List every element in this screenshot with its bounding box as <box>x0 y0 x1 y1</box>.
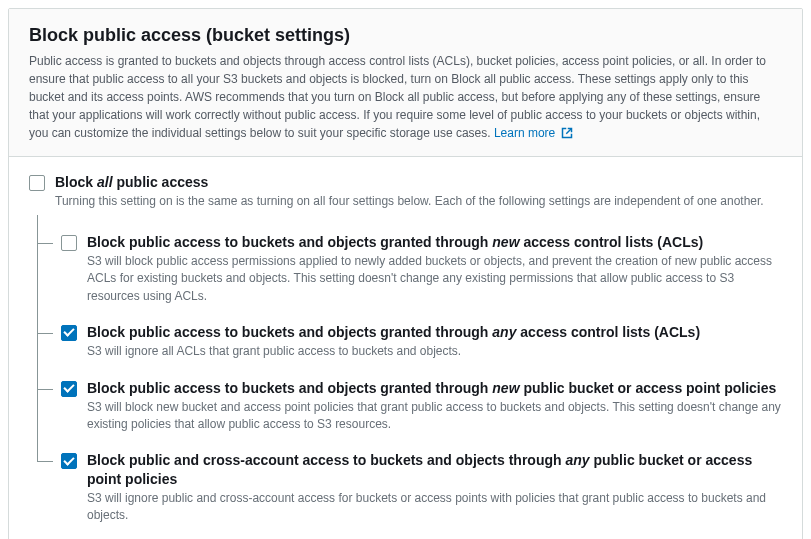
setting-title-new-policies: Block public access to buckets and objec… <box>87 379 782 397</box>
setting-desc-any-policies: S3 will ignore public and cross-account … <box>87 490 782 525</box>
block-all-title-pre: Block <box>55 174 97 190</box>
block-all-row: Block all public access Turning this set… <box>29 173 782 211</box>
setting-title-post-2: public bucket or access point policies <box>520 380 777 396</box>
setting-desc-new-policies: S3 will block new bucket and access poin… <box>87 399 782 434</box>
external-link-icon <box>561 127 573 139</box>
setting-checkbox-any-acls[interactable] <box>61 325 77 341</box>
setting-desc-new-acls: S3 will block public access permissions … <box>87 253 782 305</box>
setting-title-post-1: access control lists (ACLs) <box>516 324 700 340</box>
learn-more-label: Learn more <box>494 126 555 140</box>
setting-title-em-3: any <box>565 452 589 468</box>
block-all-checkbox-wrap <box>29 175 45 191</box>
setting-title-em-0: new <box>492 234 519 250</box>
setting-title-new-acls: Block public access to buckets and objec… <box>87 233 782 251</box>
setting-row-any-policies: Block public and cross-account access to… <box>37 433 782 524</box>
block-public-access-panel: Block public access (bucket settings) Pu… <box>8 8 803 539</box>
learn-more-link[interactable]: Learn more <box>494 126 573 140</box>
setting-title-any-policies: Block public and cross-account access to… <box>87 451 782 487</box>
panel-header: Block public access (bucket settings) Pu… <box>9 9 802 157</box>
setting-row-any-acls: Block public access to buckets and objec… <box>37 305 782 361</box>
block-all-desc: Turning this setting on is the same as t… <box>55 193 782 210</box>
setting-title-em-2: new <box>492 380 519 396</box>
sub-settings-tree: Block public access to buckets and objec… <box>29 215 782 525</box>
setting-title-pre-2: Block public access to buckets and objec… <box>87 380 492 396</box>
block-all-label-block: Block all public access Turning this set… <box>55 173 782 211</box>
setting-desc-any-acls: S3 will ignore all ACLs that grant publi… <box>87 343 782 360</box>
setting-title-pre-0: Block public access to buckets and objec… <box>87 234 492 250</box>
panel-description-text: Public access is granted to buckets and … <box>29 54 766 140</box>
setting-row-new-policies: Block public access to buckets and objec… <box>37 361 782 434</box>
block-all-checkbox[interactable] <box>29 175 45 191</box>
setting-title-any-acls: Block public access to buckets and objec… <box>87 323 782 341</box>
block-all-title-post: public access <box>113 174 209 190</box>
setting-title-pre-3: Block public and cross-account access to… <box>87 452 565 468</box>
setting-title-pre-1: Block public access to buckets and objec… <box>87 324 492 340</box>
panel-body: Block all public access Turning this set… <box>9 157 802 539</box>
setting-title-em-1: any <box>492 324 516 340</box>
panel-title: Block public access (bucket settings) <box>29 25 782 46</box>
setting-row-new-acls: Block public access to buckets and objec… <box>37 215 782 305</box>
block-all-title: Block all public access <box>55 173 782 191</box>
block-all-title-em: all <box>97 174 113 190</box>
setting-checkbox-new-acls[interactable] <box>61 235 77 251</box>
setting-checkbox-any-policies[interactable] <box>61 453 77 469</box>
setting-title-post-0: access control lists (ACLs) <box>520 234 704 250</box>
panel-description: Public access is granted to buckets and … <box>29 52 782 142</box>
setting-checkbox-new-policies[interactable] <box>61 381 77 397</box>
